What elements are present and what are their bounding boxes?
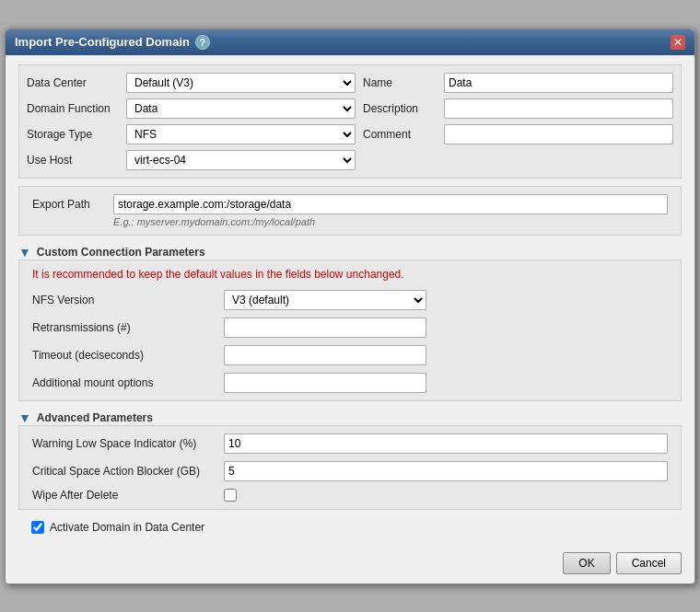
critical-space-row: Critical Space Action Blocker (GB) xyxy=(32,461,668,481)
import-dialog: Import Pre-Configured Domain ? ✕ Data Ce… xyxy=(5,29,695,584)
retransmissions-input[interactable] xyxy=(224,318,426,338)
wipe-after-delete-checkbox[interactable] xyxy=(224,489,237,502)
storage-type-label: Storage Type xyxy=(27,128,119,141)
titlebar: Import Pre-Configured Domain ? ✕ xyxy=(6,29,694,55)
nfs-version-label: NFS Version xyxy=(32,294,216,306)
custom-connection-section: ▼ Custom Connection Parameters It is rec… xyxy=(18,241,682,401)
export-path-section: Export Path E.g.: myserver.mydomain.com:… xyxy=(18,186,682,236)
custom-connection-title: Custom Connection Parameters xyxy=(37,246,205,259)
export-path-row: Export Path xyxy=(32,194,668,214)
activate-row: Activate Domain in Data Center xyxy=(18,515,682,537)
dialog-title: Import Pre-Configured Domain xyxy=(15,35,190,49)
data-center-select[interactable]: Default (V3) xyxy=(126,73,356,93)
comment-input[interactable] xyxy=(444,124,673,144)
warning-low-space-input[interactable] xyxy=(224,433,668,454)
retransmissions-label: Retransmissions (#) xyxy=(32,321,216,334)
nfs-version-row: NFS Version V3 (default)V4V4.1 xyxy=(32,290,668,310)
activate-label: Activate Domain in Data Center xyxy=(50,521,204,534)
critical-space-label: Critical Space Action Blocker (GB) xyxy=(32,465,216,478)
mount-options-label: Additional mount options xyxy=(32,376,216,389)
cancel-button[interactable]: Cancel xyxy=(616,552,682,574)
close-button[interactable]: ✕ xyxy=(671,35,685,50)
name-input[interactable] xyxy=(444,73,673,93)
footer: OK Cancel xyxy=(6,547,694,583)
advanced-title: Advanced Parameters xyxy=(37,411,153,424)
advanced-header: ▼ Advanced Parameters xyxy=(18,410,682,425)
custom-connection-header: ▼ Custom Connection Parameters xyxy=(18,245,682,260)
export-path-label: Export Path xyxy=(32,198,106,211)
titlebar-left: Import Pre-Configured Domain ? xyxy=(15,35,210,50)
advanced-section: ▼ Advanced Parameters Warning Low Space … xyxy=(18,407,682,510)
custom-connection-warning: It is recommended to keep the default va… xyxy=(32,268,668,281)
description-input[interactable] xyxy=(444,98,673,119)
use-host-label: Use Host xyxy=(27,154,119,167)
advanced-content: Warning Low Space Indicator (%) Critical… xyxy=(18,425,682,510)
custom-connection-toggle[interactable]: ▼ xyxy=(18,245,31,260)
name-label: Name xyxy=(363,76,437,89)
dialog-body: Data Center Default (V3) Name Domain Fun… xyxy=(6,55,694,547)
use-host-select[interactable]: virt-ecs-04 xyxy=(126,150,356,170)
timeout-input[interactable] xyxy=(224,345,426,365)
wipe-after-delete-label: Wipe After Delete xyxy=(32,489,216,502)
storage-type-select[interactable]: NFS xyxy=(126,124,356,144)
warning-low-space-label: Warning Low Space Indicator (%) xyxy=(32,437,216,450)
domain-function-label: Domain Function xyxy=(27,102,119,115)
timeout-label: Timeout (deciseconds) xyxy=(32,349,216,362)
help-button[interactable]: ? xyxy=(195,35,210,50)
data-center-label: Data Center xyxy=(27,76,119,89)
mount-options-row: Additional mount options xyxy=(32,373,668,393)
export-path-input[interactable] xyxy=(113,194,668,214)
nfs-version-select[interactable]: V3 (default)V4V4.1 xyxy=(224,290,426,310)
advanced-toggle[interactable]: ▼ xyxy=(18,410,31,425)
retransmissions-row: Retransmissions (#) xyxy=(32,318,668,338)
warning-low-space-row: Warning Low Space Indicator (%) xyxy=(32,433,668,454)
custom-connection-content: It is recommended to keep the default va… xyxy=(18,260,682,401)
wipe-after-delete-row: Wipe After Delete xyxy=(32,489,668,502)
activate-checkbox[interactable] xyxy=(31,521,44,534)
comment-label: Comment xyxy=(363,128,437,141)
critical-space-input[interactable] xyxy=(224,461,668,481)
mount-options-input[interactable] xyxy=(224,373,426,393)
ok-button[interactable]: OK xyxy=(563,552,610,574)
top-fields-grid: Data Center Default (V3) Name Domain Fun… xyxy=(18,64,682,179)
description-label: Description xyxy=(363,102,437,115)
export-path-hint: E.g.: myserver.mydomain.com:/my/local/pa… xyxy=(113,216,668,227)
domain-function-select[interactable]: Data xyxy=(126,98,356,119)
timeout-row: Timeout (deciseconds) xyxy=(32,345,668,365)
